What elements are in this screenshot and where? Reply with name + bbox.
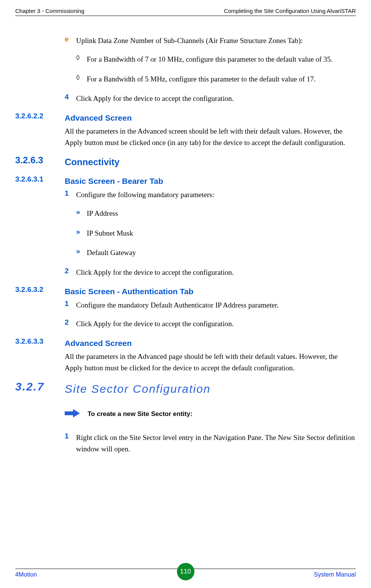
list-marker-1: 1 — [65, 432, 76, 454]
section-number: 3.2.6.3.2 — [15, 285, 65, 294]
section-32631-body: 1 Configure the following mandatory para… — [65, 189, 356, 278]
list-marker-1: 1 — [65, 300, 76, 311]
arrows-icon: » — [76, 247, 87, 258]
list-text-2: Click Apply for the device to accept the… — [76, 267, 356, 278]
diamond-icon: ◊ — [76, 54, 87, 65]
list-marker-2: 2 — [65, 318, 76, 329]
arrow-right-icon — [65, 409, 88, 419]
arrows-icon: » — [76, 208, 87, 219]
list-text-1: Configure the mandatory Default Authenti… — [76, 300, 356, 311]
section-327-heading: 3.2.7 Site Sector Configuration — [15, 380, 356, 398]
page-number-badge: 110 — [177, 563, 194, 580]
section-number: 3.2.6.2.2 — [15, 112, 65, 120]
bullet-ip-address: IP Address — [87, 208, 356, 219]
section-32622-body: All the parameters in the Advanced scree… — [65, 126, 356, 148]
ordered-sub-e: e Uplink Data Zone Number of Sub-Channel… — [65, 35, 356, 104]
section-title: Advanced Screen — [65, 112, 356, 124]
callout-text: To create a new Site Sector entity: — [88, 410, 193, 418]
section-327-body: To create a new Site Sector entity: 1 Ri… — [65, 409, 356, 454]
header-left: Chapter 3 - Commissioning — [15, 8, 84, 14]
list-text-d2: For a Bandwidth of 5 MHz, configure this… — [87, 73, 356, 84]
section-32622-heading: 3.2.6.2.2 Advanced Screen — [15, 112, 356, 124]
section-32633-body: All the parameters in the Advanced page … — [65, 351, 356, 373]
list-marker-1: 1 — [65, 189, 76, 200]
list-text-d1: For a Bandwidth of 7 or 10 MHz, configur… — [87, 54, 356, 65]
section-3263-heading: 3.2.6.3 Connectivity — [15, 155, 356, 169]
section-title: Site Sector Configuration — [65, 380, 356, 398]
section-title: Connectivity — [65, 155, 356, 169]
page-header: Chapter 3 - Commissioning Completing the… — [15, 8, 356, 16]
section-title: Basic Screen - Authentication Tab — [65, 285, 356, 298]
list-text-4: Click Apply for the device to accept the… — [76, 93, 356, 104]
footer-left: 4Motion — [15, 571, 37, 578]
section-number: 3.2.6.3.3 — [15, 337, 65, 346]
list-text-2: Click Apply for the device to accept the… — [76, 318, 356, 329]
bullet-ip-subnet: IP Subnet Musk — [87, 228, 356, 239]
section-title: Advanced Screen — [65, 337, 356, 350]
header-right: Completing the Site Configuration Using … — [224, 8, 356, 14]
list-text-e: Uplink Data Zone Number of Sub-Channels … — [76, 35, 356, 46]
section-title: Basic Screen - Bearer Tab — [65, 175, 356, 188]
section-number: 3.2.6.3.1 — [15, 175, 65, 183]
section-number: 3.2.6.3 — [15, 155, 65, 166]
section-32632-heading: 3.2.6.3.2 Basic Screen - Authentication … — [15, 285, 356, 298]
section-32632-body: 1 Configure the mandatory Default Authen… — [65, 300, 356, 330]
list-text-1: Configure the following mandatory parame… — [76, 189, 356, 200]
section-32631-heading: 3.2.6.3.1 Basic Screen - Bearer Tab — [15, 175, 356, 188]
list-marker-4: 4 — [65, 93, 76, 104]
callout-block: To create a new Site Sector entity: — [65, 409, 356, 419]
footer-right: System Manual — [314, 571, 356, 578]
diamond-icon: ◊ — [76, 73, 87, 84]
list-marker-e: e — [65, 35, 76, 46]
paragraph: All the parameters in the Advanced page … — [65, 351, 356, 373]
bullet-default-gateway: Default Gateway — [87, 247, 356, 258]
svg-marker-0 — [65, 409, 80, 417]
list-text-1: Right click on the Site Sector level ent… — [76, 432, 356, 454]
section-number: 3.2.7 — [15, 380, 65, 393]
section-32633-heading: 3.2.6.3.3 Advanced Screen — [15, 337, 356, 350]
page: Chapter 3 - Commissioning Completing the… — [0, 0, 371, 567]
list-marker-2: 2 — [65, 267, 76, 278]
paragraph: All the parameters in the Advanced scree… — [65, 126, 356, 148]
arrows-icon: » — [76, 228, 87, 239]
page-footer: 4Motion 110 System Manual — [15, 569, 356, 578]
